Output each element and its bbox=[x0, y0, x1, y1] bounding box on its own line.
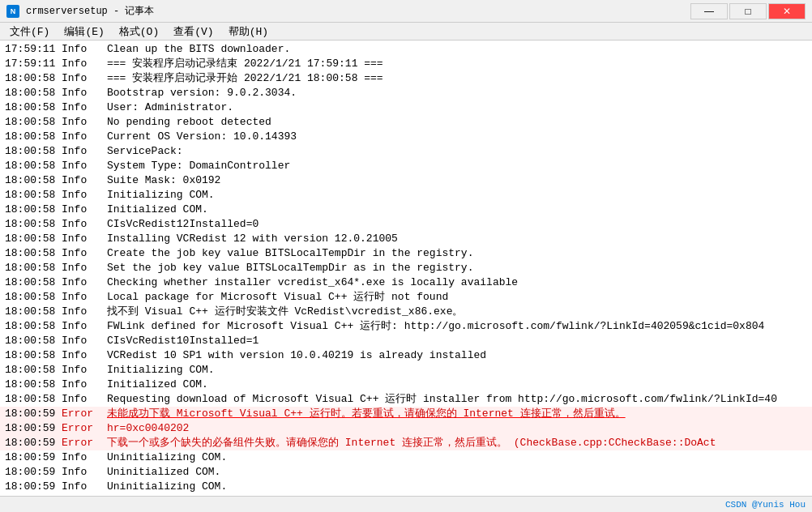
log-line: 18:00:58InfoCIsVcRedist12Installed=0 bbox=[0, 217, 812, 232]
log-message: Clean up the BITS downloader. bbox=[104, 42, 290, 57]
menu-item[interactable]: 文件(F) bbox=[3, 23, 56, 41]
log-time: 18:00:58 bbox=[0, 319, 58, 334]
log-time: 18:00:59 bbox=[0, 407, 58, 421]
log-message: FWLink defined for Microsoft Visual C++ … bbox=[104, 319, 764, 334]
log-message: === 安装程序启动记录开始 2022/1/21 18:00:58 === bbox=[104, 71, 383, 86]
log-level: Info bbox=[58, 334, 104, 348]
log-time: 18:00:58 bbox=[0, 188, 58, 203]
log-line: 18:00:58InfoInitializing COM. bbox=[0, 363, 812, 378]
menu-item[interactable]: 查看(V) bbox=[167, 23, 220, 41]
log-message: Suite Mask: 0x0192 bbox=[104, 173, 220, 188]
minimize-button[interactable]: — bbox=[690, 3, 728, 19]
log-level: Info bbox=[58, 173, 104, 188]
log-time: 18:00:58 bbox=[0, 203, 58, 217]
log-message: Requesting download of Microsoft Visual … bbox=[104, 392, 777, 407]
log-message: 下载一个或多个缺失的必备组件失败。请确保您的 Internet 连接正常，然后重… bbox=[104, 436, 716, 450]
log-time: 18:00:58 bbox=[0, 130, 58, 144]
log-line: 17:59:11Info=== 安装程序启动记录结束 2022/1/21 17:… bbox=[0, 57, 812, 71]
log-level: Info bbox=[58, 203, 104, 217]
log-time: 18:00:58 bbox=[0, 261, 58, 275]
log-time: 18:00:58 bbox=[0, 144, 58, 159]
log-time: 18:00:59 bbox=[0, 436, 58, 450]
log-time: 18:00:58 bbox=[0, 290, 58, 305]
log-line: 18:00:58Info=== 安装程序启动记录开始 2022/1/21 18:… bbox=[0, 71, 812, 86]
log-time: 18:00:58 bbox=[0, 86, 58, 100]
log-message: Initialized COM. bbox=[104, 203, 208, 217]
log-line: 18:00:58InfoRequesting download of Micro… bbox=[0, 392, 812, 407]
log-message: Checking whether installer vcredist_x64*… bbox=[104, 275, 518, 290]
log-level: Info bbox=[58, 159, 104, 173]
log-level: Info bbox=[58, 261, 104, 275]
log-time: 17:59:11 bbox=[0, 42, 58, 57]
log-level: Error bbox=[58, 436, 104, 450]
log-time: 18:00:59 bbox=[0, 465, 58, 480]
menu-bar: 文件(F)编辑(E)格式(O)查看(V)帮助(H) bbox=[0, 23, 812, 41]
log-line: 18:00:58InfoCreate the job key value BIT… bbox=[0, 246, 812, 261]
log-line: 18:00:58InfoNo pending reboot detected bbox=[0, 115, 812, 130]
log-level: Info bbox=[58, 465, 104, 480]
log-message: User: Administrator. bbox=[104, 100, 233, 115]
log-time: 18:00:58 bbox=[0, 334, 58, 348]
log-message: Uninitialized COM. bbox=[104, 465, 220, 480]
log-line: 18:00:59Errorhr=0xc0040202 bbox=[0, 421, 812, 436]
log-content[interactable]: 17:59:11InfoClean up the BITS downloader… bbox=[0, 41, 812, 496]
log-time: 18:00:58 bbox=[0, 232, 58, 246]
log-level: Error bbox=[58, 421, 104, 436]
log-time: 18:00:58 bbox=[0, 378, 58, 392]
log-line: 18:00:58Info找不到 Visual C++ 运行时安装文件 VcRed… bbox=[0, 305, 812, 319]
log-line: 18:00:58Info System Type: DomainControll… bbox=[0, 159, 812, 173]
log-time: 18:00:58 bbox=[0, 275, 58, 290]
log-time: 18:00:58 bbox=[0, 173, 58, 188]
log-message: Current OS Version: 10.0.14393 bbox=[104, 130, 297, 144]
log-time: 18:00:58 bbox=[0, 246, 58, 261]
log-level: Info bbox=[58, 305, 104, 319]
log-level: Info bbox=[58, 480, 104, 494]
log-level: Info bbox=[58, 232, 104, 246]
log-line: 17:59:11InfoClean up the BITS downloader… bbox=[0, 42, 812, 57]
log-message: ServicePack: bbox=[104, 144, 183, 159]
log-level: Info bbox=[58, 392, 104, 407]
menu-item[interactable]: 格式(O) bbox=[113, 23, 165, 41]
log-time: 18:00:58 bbox=[0, 115, 58, 130]
log-level: Info bbox=[58, 363, 104, 378]
log-time: 18:00:59 bbox=[0, 480, 58, 494]
log-level: Info bbox=[58, 319, 104, 334]
log-line: 18:00:58InfoInitialized COM. bbox=[0, 378, 812, 392]
menu-item[interactable]: 帮助(H) bbox=[222, 23, 275, 41]
log-message: hr=0xc0040202 bbox=[104, 421, 189, 436]
log-message: Installing VCRedist 12 with version 12.0… bbox=[104, 232, 398, 246]
log-level: Info bbox=[58, 57, 104, 71]
log-time: 18:00:59 bbox=[0, 450, 58, 465]
log-line: 18:00:59InfoUninitializing COM. bbox=[0, 450, 812, 465]
log-line: 18:00:59Error下载一个或多个缺失的必备组件失败。请确保您的 Inte… bbox=[0, 436, 812, 450]
log-message: 未能成功下载 Microsoft Visual C++ 运行时。若要重试，请确保… bbox=[104, 407, 626, 421]
log-level: Info bbox=[58, 144, 104, 159]
log-message: 找不到 Visual C++ 运行时安装文件 VcRedist\vcredist… bbox=[104, 305, 463, 319]
log-time: 18:00:58 bbox=[0, 217, 58, 232]
status-bar: CSDN @Yunis Hou bbox=[0, 496, 812, 512]
log-time: 18:00:58 bbox=[0, 159, 58, 173]
log-level: Info bbox=[58, 450, 104, 465]
log-message: CIsVcRedist10Installed=1 bbox=[104, 334, 259, 348]
log-level: Info bbox=[58, 378, 104, 392]
log-level: Info bbox=[58, 217, 104, 232]
log-time: 18:00:58 bbox=[0, 363, 58, 378]
log-line: 18:00:58InfoInstalling VCRedist 12 with … bbox=[0, 232, 812, 246]
log-line: 18:00:59InfoUninitializing COM. bbox=[0, 480, 812, 494]
title-bar: N crmserversetup - 记事本 — □ ✕ bbox=[0, 0, 812, 23]
log-level: Info bbox=[58, 188, 104, 203]
log-time: 18:00:59 bbox=[0, 494, 58, 496]
log-message: Initializing COM. bbox=[104, 363, 215, 378]
log-time: 18:00:59 bbox=[0, 421, 58, 436]
close-button[interactable]: ✕ bbox=[768, 3, 806, 19]
log-message: Uninitializing COM. bbox=[104, 450, 227, 465]
log-line: 18:00:58InfoCurrent OS Version: 10.0.143… bbox=[0, 130, 812, 144]
log-time: 18:00:58 bbox=[0, 392, 58, 407]
log-level: Info bbox=[58, 494, 104, 496]
maximize-button[interactable]: □ bbox=[729, 3, 767, 19]
log-message: === 安装程序启动记录结束 2022/1/21 17:59:11 === bbox=[104, 57, 383, 71]
log-message: Uninitialized COM. bbox=[104, 494, 220, 496]
log-message: Initialized COM. bbox=[104, 378, 208, 392]
menu-item[interactable]: 编辑(E) bbox=[58, 23, 110, 41]
log-message: Local package for Microsoft Visual C++ 运… bbox=[104, 290, 448, 305]
